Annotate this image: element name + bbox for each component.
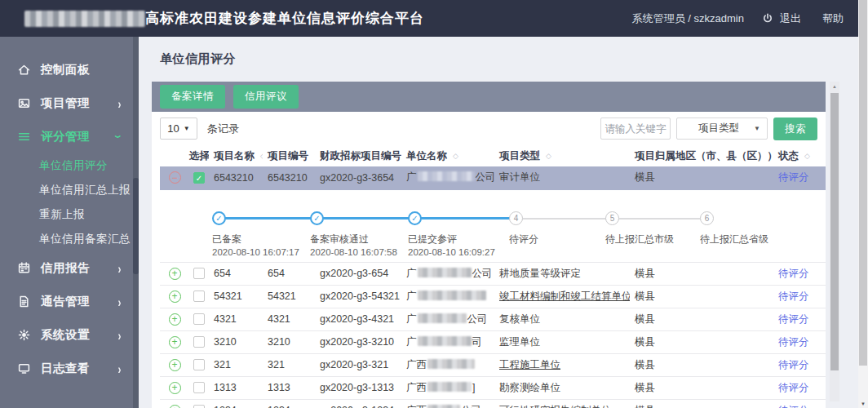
- sidebar-item-logs[interactable]: 日志查看›: [0, 352, 133, 385]
- notice-icon: [18, 295, 30, 308]
- status-link[interactable]: 待评分: [778, 336, 809, 348]
- table-row[interactable]: +12341234gx2020-g3-1234广西公司可行性研究报告编制单位横县…: [160, 399, 826, 408]
- expand-row-icon[interactable]: +: [169, 336, 181, 348]
- content-scrollbar-thumb[interactable]: [830, 93, 839, 370]
- timeline-step-label: 待评分: [509, 233, 538, 246]
- row-checkbox[interactable]: [193, 313, 205, 325]
- credit-review-button[interactable]: 信用评议: [233, 85, 299, 109]
- chevron-right-icon: ›: [118, 327, 122, 343]
- column-header: 选择: [184, 145, 209, 166]
- row-checkbox[interactable]: [193, 268, 205, 279]
- help-button[interactable]: 帮助: [822, 11, 844, 26]
- column-header[interactable]: 项目类型◇: [494, 145, 630, 166]
- table-row[interactable]: +654654gx2020-g3-654广公司耕地质量等级评定横县待评分: [160, 262, 826, 285]
- status-cell: 待评分: [773, 308, 826, 330]
- region-cell: 横县: [630, 330, 773, 353]
- column-header[interactable]: 项目名称◇: [209, 145, 263, 166]
- sidebar-subitem[interactable]: 单位信用评分: [0, 153, 133, 178]
- row-checkbox[interactable]: ✓: [193, 172, 205, 184]
- expand-row-icon[interactable]: +: [169, 268, 181, 280]
- column-header[interactable]: 状态◇: [773, 145, 826, 166]
- sidebar-item-settings[interactable]: 系统设置›: [0, 318, 133, 352]
- column-header[interactable]: 项目归属地区（市、县（区））◇: [630, 145, 773, 166]
- sidebar-item-label: 控制面板: [41, 62, 122, 78]
- sidebar-item-scoring[interactable]: 评分管理›: [0, 120, 133, 153]
- expand-row-icon[interactable]: +: [169, 382, 181, 394]
- sidebar-menu: 控制面板项目管理›评分管理›单位信用评分单位信用汇总上报重新上报单位信用备案汇总…: [0, 37, 133, 385]
- caret-down-icon: ▼: [754, 125, 760, 132]
- table-row[interactable]: +5432154321gx2020-g3-54321广竣工材料编制和竣工结算单位…: [160, 285, 826, 308]
- table-row[interactable]: +43214321gx2020-g3-4321广公司复核单位横县待评分: [160, 308, 826, 330]
- expand-row-icon[interactable]: +: [169, 313, 181, 326]
- sidebar-item-projects[interactable]: 项目管理›: [0, 86, 133, 120]
- search-button[interactable]: 搜索: [773, 118, 817, 140]
- status-link[interactable]: 待评分: [778, 313, 809, 325]
- page-size-select[interactable]: 10 ▼: [160, 118, 197, 140]
- workflow-timeline: ✓已备案2020-08-10 16:07:17✓备案审核通过2020-08-10…: [160, 189, 826, 262]
- timeline-step-label: 待上报汇总省级: [700, 233, 768, 246]
- sidebar-subitem[interactable]: 单位信用汇总上报: [0, 178, 133, 202]
- project-type-cell: 竣工材料编制和竣工结算单位: [494, 285, 630, 308]
- sidebar-subitem[interactable]: 单位信用备案汇总: [0, 227, 133, 251]
- status-cell: 待评分: [773, 353, 826, 376]
- table-row[interactable]: +321321gx2020-g3-321广西工程施工单位横县待评分: [160, 353, 826, 376]
- project-code-cell: 654: [263, 262, 315, 285]
- timeline-step-icon: ✓: [310, 211, 324, 225]
- timeline-step-label: 已提交参评: [408, 233, 457, 246]
- scroll-up-arrow-icon[interactable]: ▲: [830, 84, 839, 89]
- timeline-step-icon: ✓: [212, 211, 226, 225]
- settings-icon: [18, 329, 30, 341]
- table-row[interactable]: +13131313gx2020-g3-1313广西]勘察测绘单位横县待评分: [160, 376, 826, 399]
- bid-code-cell: gx2020-g3-3210: [315, 330, 401, 353]
- page-scrollbar-thumb[interactable]: [859, 0, 867, 366]
- sidebar-subitem[interactable]: 重新上报: [0, 202, 133, 227]
- status-link[interactable]: 待评分: [778, 359, 809, 370]
- column-header[interactable]: 项目编号∨: [263, 145, 315, 166]
- sort-desc-icon: ∨: [314, 152, 315, 161]
- expand-row-icon[interactable]: +: [169, 405, 181, 408]
- app-title: 高标准农田建设参建单位信息评价综合平台: [145, 9, 424, 28]
- records-label: 条记录: [207, 122, 239, 136]
- status-link[interactable]: 待评分: [778, 268, 809, 279]
- row-checkbox[interactable]: [193, 359, 205, 370]
- record-detail-button[interactable]: 备案详情: [160, 85, 225, 109]
- caret-down-icon: ▼: [184, 125, 190, 132]
- collapse-row-icon[interactable]: −: [169, 171, 181, 184]
- scroll-down-arrow-icon[interactable]: ▼: [858, 401, 868, 406]
- timeline-step-time: 2020-08-10 16:07:17: [212, 247, 299, 257]
- status-link[interactable]: 待评分: [778, 405, 809, 408]
- sidebar-item-notice[interactable]: 通告管理›: [0, 285, 133, 318]
- logout-button[interactable]: 退出: [780, 11, 801, 26]
- page-scrollbar[interactable]: ▼: [858, 0, 868, 408]
- project-code-cell: 3210: [263, 330, 315, 353]
- row-checkbox[interactable]: [193, 382, 205, 393]
- company-cell: 广公司: [401, 308, 494, 330]
- table-row[interactable]: +32103210gx2020-g3-3210广司监理单位横县待评分: [160, 330, 826, 353]
- project-code-cell: 1313: [263, 376, 315, 399]
- content-scrollbar[interactable]: ▲: [830, 82, 839, 401]
- sort-icon: ◇: [804, 152, 810, 160]
- row-checkbox[interactable]: [193, 290, 205, 302]
- status-link[interactable]: 待评分: [778, 382, 809, 393]
- table-row[interactable]: −✓65432106543210gx2020-g3-3654广公司审计单位横县待…: [160, 166, 826, 189]
- sidebar-scrollbar[interactable]: [133, 37, 139, 408]
- project-name-cell: 321: [209, 353, 263, 376]
- status-link[interactable]: 待评分: [778, 171, 809, 183]
- row-checkbox[interactable]: [193, 405, 205, 408]
- keyword-search-input[interactable]: [600, 118, 671, 140]
- bid-code-cell: gx2020-g3-1234: [315, 399, 401, 408]
- sidebar-scrollbar-thumb[interactable]: [133, 178, 139, 274]
- project-name-cell: 54321: [209, 285, 263, 308]
- status-link[interactable]: 待评分: [778, 290, 809, 302]
- expand-row-icon[interactable]: +: [169, 359, 181, 371]
- row-checkbox[interactable]: [193, 336, 205, 348]
- sidebar-item-report[interactable]: 信用报告›: [0, 251, 133, 285]
- status-cell: 待评分: [773, 399, 826, 408]
- sidebar-item-home[interactable]: 控制面板: [0, 53, 133, 86]
- expand-row-icon[interactable]: +: [169, 290, 181, 303]
- column-header[interactable]: 财政招标项目编号◇: [315, 145, 401, 166]
- project-type-select[interactable]: 项目类型 ▼: [676, 118, 768, 140]
- project-type-cell: 审计单位: [494, 166, 630, 189]
- column-header[interactable]: 单位名称◇: [401, 145, 494, 166]
- timeline-step-icon: 5: [605, 211, 619, 225]
